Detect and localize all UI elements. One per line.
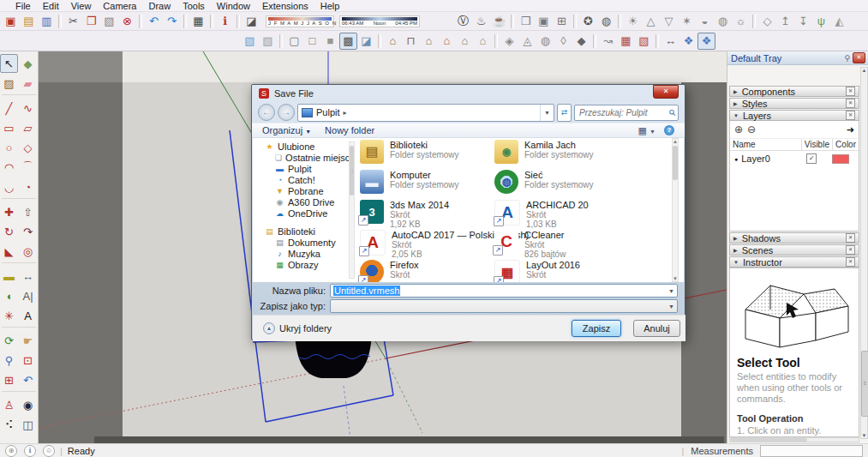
organize-button[interactable]: Organizuj ▼ (262, 125, 311, 135)
line-tool[interactable]: ╱ (0, 99, 18, 117)
chevron-down-icon[interactable]: ▼ (668, 304, 674, 310)
menu-window[interactable]: Window (211, 1, 256, 11)
scroll-up-icon[interactable]: ▲ (861, 68, 867, 73)
filetype-combo[interactable]: ▼ (330, 299, 678, 313)
open-button[interactable]: ▤ (20, 13, 38, 30)
xray-button[interactable]: ▧ (241, 33, 259, 50)
sun-light-button[interactable]: ☼ (732, 13, 750, 30)
orbit-tool[interactable]: ⟳ (0, 331, 18, 350)
three-point-arc-tool[interactable]: ◡ (0, 177, 18, 196)
cancel-button[interactable]: Anuluj (633, 320, 680, 337)
file-list-scrollbar[interactable]: ▲ ▼ (672, 138, 679, 282)
two-point-arc-tool[interactable]: ⌒ (19, 158, 37, 177)
section-close-button[interactable]: ✕ (846, 233, 855, 243)
model-info-button[interactable]: ℹ (216, 13, 234, 30)
file-3ds-max-2014[interactable]: 3 3ds Max 2014 Skrót 1,92 KB (360, 198, 490, 228)
vray-batch-render-button[interactable]: ❒ (517, 13, 535, 30)
file-kamila-jach[interactable]: ◉ Kamila Jach Folder systemowy (494, 138, 666, 168)
layer-row[interactable]: ● Layer0 ✓ (730, 151, 859, 166)
menu-edit[interactable]: Edit (37, 1, 65, 11)
nav-obrazy[interactable]: ▦ Obrazy (258, 259, 349, 270)
menu-view[interactable]: View (65, 1, 98, 11)
file-ccleaner[interactable]: C CCleaner Skrót 826 bajtów (494, 228, 666, 258)
section-plane-button[interactable]: ◈ (500, 33, 518, 50)
top-view-button[interactable]: ⊓ (402, 33, 420, 50)
scroll-up-icon[interactable]: ▲ (673, 139, 678, 144)
shaded-textures-button[interactable]: ▩ (339, 33, 357, 50)
offset-tool[interactable]: ◎ (19, 242, 37, 261)
three-d-text-tool[interactable]: A (19, 306, 37, 325)
tape-measure-tool[interactable]: ▬ (0, 267, 18, 286)
credits-button[interactable]: ℹ (24, 445, 36, 457)
select-tool[interactable]: ↖ (0, 54, 18, 73)
layer-details-button[interactable]: ➜ (847, 124, 854, 135)
solid-intersect-button[interactable]: ◬ (518, 33, 536, 50)
ies-light-button[interactable]: ✶ (678, 13, 696, 30)
file-layout-2016[interactable]: ▦ LayOut 2016 Skrót (494, 258, 666, 282)
search-input[interactable] (578, 107, 669, 118)
vray-lock-camera-button[interactable]: ⊞ (553, 13, 571, 30)
section-styles[interactable]: ▶ Styles ✕ (729, 98, 859, 109)
push-pull-tool[interactable]: ⇧ (19, 202, 37, 221)
zoom-tool[interactable]: ⚲ (0, 351, 18, 370)
section-close-button[interactable]: ✕ (846, 111, 855, 120)
pie-tool[interactable]: ◔ (19, 177, 37, 196)
new-folder-button[interactable]: Nowy folder (325, 125, 374, 135)
save-button[interactable]: ▥ (38, 13, 56, 30)
hidden-line-button[interactable]: □ (303, 33, 321, 50)
filename-combo[interactable]: Untitled.vrmesh ▼ (330, 284, 678, 298)
section-components[interactable]: ▶ Components ✕ (729, 86, 859, 97)
menu-tools[interactable]: Tools (177, 1, 211, 11)
file-komputer[interactable]: ▬ Komputer Folder systemowy (360, 168, 490, 198)
right-view-button[interactable]: ⌂ (438, 33, 456, 50)
section-close-button[interactable]: ✕ (846, 257, 855, 267)
layer-visible-checkbox[interactable]: ✓ (806, 153, 817, 164)
filename-value[interactable]: Untitled.vrmesh (333, 286, 400, 296)
nav-pobrane[interactable]: ▼ Pobrane (258, 185, 349, 196)
pin-icon[interactable]: ⚲ (844, 54, 850, 63)
scale-tool[interactable]: ◣ (0, 242, 18, 261)
section-close-button[interactable]: ✕ (846, 99, 855, 108)
add-layer-button[interactable]: ⊕ (734, 123, 743, 135)
dome-light-button[interactable]: ◒ (696, 13, 714, 30)
paste-button[interactable]: ▧ (100, 13, 118, 30)
vray-fur-button[interactable]: ψ (812, 13, 830, 30)
text-tool[interactable]: A| (19, 286, 37, 305)
shadow-time-slider[interactable]: 06:43 AM Noon 04:45 PM (339, 15, 420, 27)
print-button[interactable]: ▦ (189, 13, 207, 30)
view-mode-button[interactable]: ▦ ▼ (638, 125, 655, 136)
name-column-header[interactable]: Name (730, 139, 802, 150)
vray-render-button[interactable]: ♨ (472, 13, 490, 30)
axes-tool[interactable]: ✳ (0, 306, 18, 325)
nav-group-favorites[interactable]: ★ Ulubione (258, 141, 349, 152)
nav-onedrive[interactable]: ☁ OneDrive (258, 207, 349, 219)
remove-layer-button[interactable]: ⊖ (747, 123, 756, 135)
copy-button[interactable]: ❐ (82, 13, 100, 30)
nav-muzyka[interactable]: ♪ Muzyka (258, 248, 349, 259)
previous-view-tool[interactable]: ↶ (19, 370, 37, 389)
omni-light-button[interactable]: ☀ (624, 13, 642, 30)
redo-button[interactable]: ↷ (163, 13, 181, 30)
vray-frame-buffer-button[interactable]: ▣ (535, 13, 553, 30)
nav-pulpit[interactable]: ▬ Pulpit (258, 163, 349, 174)
vray-object-button[interactable]: ❖ (679, 33, 697, 50)
move-tool[interactable]: ✚ (0, 202, 18, 221)
section-instructor[interactable]: ▼ Instructor ✕ (729, 256, 859, 268)
cut-button[interactable]: ✂ (64, 13, 82, 30)
dialog-title-bar[interactable]: S Save File (252, 85, 685, 102)
current-layer-radio[interactable]: ● (734, 156, 738, 162)
breadcrumb[interactable]: Pulpit ▸ ▼ (297, 104, 554, 122)
field-of-view-button[interactable]: ↔ (661, 33, 679, 50)
measurements-input[interactable] (760, 445, 863, 457)
forward-button[interactable]: → (278, 104, 295, 121)
nav-ostatnie-miejsca[interactable]: ❏ Ostatnie miejsca (258, 152, 349, 163)
visible-column-header[interactable]: Visible (802, 139, 833, 150)
nav-scrollbar[interactable]: ⋮ (349, 141, 355, 279)
infinite-plane-button[interactable]: ◇ (758, 13, 776, 30)
layer-color-swatch[interactable] (832, 154, 849, 164)
file-archicad-20[interactable]: A ARCHICAD 20 Skrót 1,03 KB (494, 198, 666, 228)
erase-button[interactable]: ⊗ (118, 13, 136, 30)
front-view-button[interactable]: ⌂ (420, 33, 438, 50)
freehand-tool[interactable]: ∿ (19, 99, 37, 117)
file-biblioteki[interactable]: ▤ Biblioteki Folder systemowy (360, 138, 490, 168)
